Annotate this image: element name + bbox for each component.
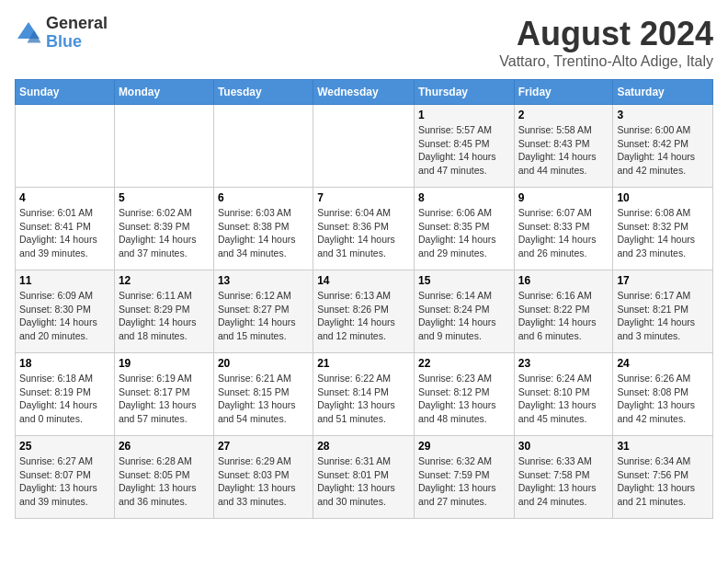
calendar-cell: 22Sunrise: 6:23 AM Sunset: 8:12 PM Dayli…	[414, 353, 514, 436]
day-detail: Sunrise: 6:04 AM Sunset: 8:36 PM Dayligh…	[317, 206, 410, 260]
day-number: 17	[617, 274, 709, 287]
logo-text: General Blue	[46, 15, 108, 52]
day-number: 29	[418, 440, 510, 453]
calendar-cell	[114, 105, 213, 188]
day-detail: Sunrise: 6:23 AM Sunset: 8:12 PM Dayligh…	[418, 372, 510, 426]
day-detail: Sunrise: 6:00 AM Sunset: 8:42 PM Dayligh…	[617, 123, 709, 178]
calendar-cell: 9Sunrise: 6:07 AM Sunset: 8:33 PM Daylig…	[514, 188, 613, 270]
day-number: 22	[418, 357, 510, 370]
day-number: 7	[317, 191, 410, 204]
day-number: 11	[19, 274, 110, 287]
calendar-cell: 7Sunrise: 6:04 AM Sunset: 8:36 PM Daylig…	[313, 188, 415, 270]
day-detail: Sunrise: 6:32 AM Sunset: 7:59 PM Dayligh…	[418, 454, 510, 509]
day-number: 21	[317, 357, 410, 370]
calendar-body: 1Sunrise: 5:57 AM Sunset: 8:45 PM Daylig…	[16, 105, 713, 519]
day-detail: Sunrise: 6:08 AM Sunset: 8:32 PM Dayligh…	[617, 206, 709, 260]
day-detail: Sunrise: 6:31 AM Sunset: 8:01 PM Dayligh…	[317, 454, 410, 509]
day-number: 28	[317, 440, 410, 453]
day-number: 19	[119, 357, 210, 370]
calendar-cell: 10Sunrise: 6:08 AM Sunset: 8:32 PM Dayli…	[613, 188, 713, 270]
day-number: 5	[119, 191, 210, 204]
calendar-cell: 16Sunrise: 6:16 AM Sunset: 8:22 PM Dayli…	[514, 270, 613, 353]
day-detail: Sunrise: 6:18 AM Sunset: 8:19 PM Dayligh…	[19, 372, 110, 426]
week-row-4: 18Sunrise: 6:18 AM Sunset: 8:19 PM Dayli…	[16, 353, 713, 436]
header-col-sunday: Sunday	[16, 80, 115, 105]
week-row-1: 1Sunrise: 5:57 AM Sunset: 8:45 PM Daylig…	[16, 105, 713, 188]
calendar-table: SundayMondayTuesdayWednesdayThursdayFrid…	[15, 79, 713, 519]
day-detail: Sunrise: 6:16 AM Sunset: 8:22 PM Dayligh…	[518, 289, 609, 343]
week-row-3: 11Sunrise: 6:09 AM Sunset: 8:30 PM Dayli…	[16, 270, 713, 353]
logo-general: General	[46, 15, 108, 33]
day-number: 12	[119, 274, 210, 287]
day-number: 14	[317, 274, 410, 287]
day-number: 6	[218, 191, 309, 204]
day-detail: Sunrise: 6:01 AM Sunset: 8:41 PM Dayligh…	[19, 206, 110, 260]
calendar-cell: 23Sunrise: 6:24 AM Sunset: 8:10 PM Dayli…	[514, 353, 613, 436]
calendar-cell: 6Sunrise: 6:03 AM Sunset: 8:38 PM Daylig…	[213, 188, 313, 270]
day-number: 4	[19, 191, 110, 204]
calendar-cell: 8Sunrise: 6:06 AM Sunset: 8:35 PM Daylig…	[414, 188, 514, 270]
header-col-wednesday: Wednesday	[313, 80, 415, 105]
calendar-cell: 30Sunrise: 6:33 AM Sunset: 7:58 PM Dayli…	[514, 436, 613, 519]
day-detail: Sunrise: 6:11 AM Sunset: 8:29 PM Dayligh…	[119, 289, 210, 343]
day-detail: Sunrise: 6:19 AM Sunset: 8:17 PM Dayligh…	[119, 372, 210, 426]
day-number: 1	[418, 109, 510, 121]
calendar-cell	[16, 105, 115, 188]
day-detail: Sunrise: 6:26 AM Sunset: 8:08 PM Dayligh…	[617, 372, 709, 426]
header-col-tuesday: Tuesday	[213, 80, 313, 105]
calendar-cell: 28Sunrise: 6:31 AM Sunset: 8:01 PM Dayli…	[313, 436, 415, 519]
day-number: 8	[418, 191, 510, 204]
logo-icon	[15, 19, 42, 47]
day-detail: Sunrise: 6:22 AM Sunset: 8:14 PM Dayligh…	[317, 372, 410, 426]
day-detail: Sunrise: 6:34 AM Sunset: 7:56 PM Dayligh…	[617, 454, 709, 509]
page-subtitle: Vattaro, Trentino-Alto Adige, Italy	[499, 53, 713, 70]
calendar-cell: 18Sunrise: 6:18 AM Sunset: 8:19 PM Dayli…	[16, 353, 115, 436]
day-detail: Sunrise: 6:21 AM Sunset: 8:15 PM Dayligh…	[218, 372, 309, 426]
calendar-header: SundayMondayTuesdayWednesdayThursdayFrid…	[16, 80, 713, 105]
calendar-cell: 13Sunrise: 6:12 AM Sunset: 8:27 PM Dayli…	[213, 270, 313, 353]
day-detail: Sunrise: 6:24 AM Sunset: 8:10 PM Dayligh…	[518, 372, 609, 426]
calendar-cell: 2Sunrise: 5:58 AM Sunset: 8:43 PM Daylig…	[514, 105, 613, 188]
day-detail: Sunrise: 6:06 AM Sunset: 8:35 PM Dayligh…	[418, 206, 510, 260]
day-detail: Sunrise: 6:29 AM Sunset: 8:03 PM Dayligh…	[218, 454, 309, 509]
day-number: 24	[617, 357, 709, 370]
day-detail: Sunrise: 6:03 AM Sunset: 8:38 PM Dayligh…	[218, 206, 309, 260]
day-number: 15	[418, 274, 510, 287]
day-number: 13	[218, 274, 309, 287]
calendar-cell: 19Sunrise: 6:19 AM Sunset: 8:17 PM Dayli…	[114, 353, 213, 436]
day-number: 25	[19, 440, 110, 453]
day-detail: Sunrise: 6:09 AM Sunset: 8:30 PM Dayligh…	[19, 289, 110, 343]
day-detail: Sunrise: 5:58 AM Sunset: 8:43 PM Dayligh…	[518, 123, 609, 178]
logo: General Blue	[15, 15, 108, 52]
day-detail: Sunrise: 6:14 AM Sunset: 8:24 PM Dayligh…	[418, 289, 510, 343]
day-detail: Sunrise: 6:02 AM Sunset: 8:39 PM Dayligh…	[119, 206, 210, 260]
calendar-cell	[313, 105, 415, 188]
day-number: 31	[617, 440, 709, 453]
day-number: 26	[119, 440, 210, 453]
day-number: 3	[617, 109, 709, 121]
calendar-cell: 31Sunrise: 6:34 AM Sunset: 7:56 PM Dayli…	[613, 436, 713, 519]
day-number: 23	[518, 357, 609, 370]
day-number: 27	[218, 440, 309, 453]
day-number: 18	[19, 357, 110, 370]
day-number: 20	[218, 357, 309, 370]
day-detail: Sunrise: 6:07 AM Sunset: 8:33 PM Dayligh…	[518, 206, 609, 260]
header-col-monday: Monday	[114, 80, 213, 105]
calendar-cell: 26Sunrise: 6:28 AM Sunset: 8:05 PM Dayli…	[114, 436, 213, 519]
day-detail: Sunrise: 5:57 AM Sunset: 8:45 PM Dayligh…	[418, 123, 510, 178]
day-detail: Sunrise: 6:17 AM Sunset: 8:21 PM Dayligh…	[617, 289, 709, 343]
title-block: August 2024 Vattaro, Trentino-Alto Adige…	[499, 15, 713, 70]
header-col-saturday: Saturday	[613, 80, 713, 105]
day-number: 9	[518, 191, 609, 204]
week-row-5: 25Sunrise: 6:27 AM Sunset: 8:07 PM Dayli…	[16, 436, 713, 519]
day-detail: Sunrise: 6:13 AM Sunset: 8:26 PM Dayligh…	[317, 289, 410, 343]
day-number: 16	[518, 274, 609, 287]
day-detail: Sunrise: 6:27 AM Sunset: 8:07 PM Dayligh…	[19, 454, 110, 509]
calendar-cell: 3Sunrise: 6:00 AM Sunset: 8:42 PM Daylig…	[613, 105, 713, 188]
calendar-cell: 15Sunrise: 6:14 AM Sunset: 8:24 PM Dayli…	[414, 270, 514, 353]
calendar-cell: 14Sunrise: 6:13 AM Sunset: 8:26 PM Dayli…	[313, 270, 415, 353]
calendar-cell: 27Sunrise: 6:29 AM Sunset: 8:03 PM Dayli…	[213, 436, 313, 519]
day-detail: Sunrise: 6:28 AM Sunset: 8:05 PM Dayligh…	[119, 454, 210, 509]
day-number: 10	[617, 191, 709, 204]
calendar-cell	[213, 105, 313, 188]
